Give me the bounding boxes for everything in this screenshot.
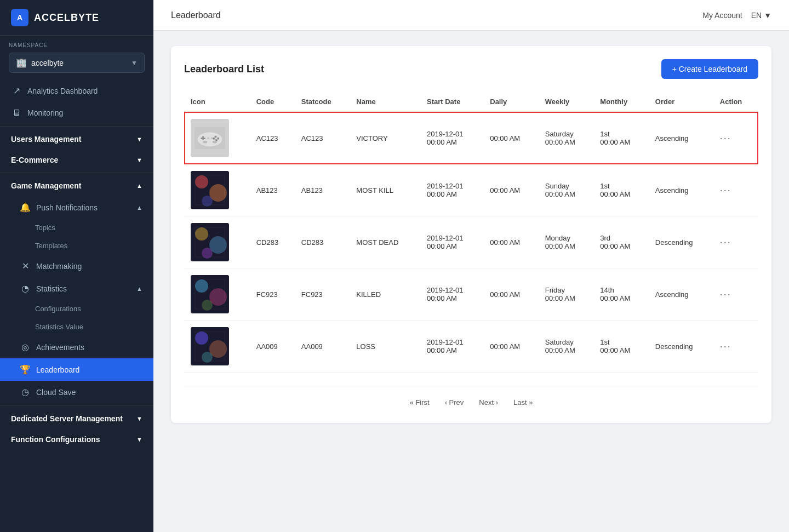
pagination-prev[interactable]: ‹ Prev bbox=[438, 395, 471, 410]
cell-name: MOST KILL bbox=[350, 164, 420, 216]
sidebar-item-function-configs[interactable]: Function Configurations ▼ bbox=[0, 429, 153, 450]
cell-weekly: Friday 00:00 AM bbox=[539, 268, 594, 321]
achievements-icon: ◎ bbox=[20, 342, 31, 352]
sidebar-item-label: Push Notifications bbox=[36, 203, 98, 212]
cell-statcode: FC923 bbox=[295, 268, 350, 321]
namespace-section: NAMESPACE 🏢 accelbyte ▼ bbox=[0, 36, 153, 79]
cell-monthly: 3rd 00:00 AM bbox=[593, 216, 649, 268]
cell-action[interactable]: ··· bbox=[713, 164, 758, 216]
cell-start-date: 2019-12-01 00:00 AM bbox=[420, 268, 483, 321]
col-icon: Icon bbox=[184, 92, 250, 112]
svg-point-13 bbox=[195, 175, 208, 188]
sidebar-item-achievements[interactable]: ◎ Achievements bbox=[0, 336, 153, 358]
action-menu-button[interactable]: ··· bbox=[720, 185, 731, 196]
table-row[interactable]: AA009AA009LOSS2019-12-01 00:00 AM00:00 A… bbox=[184, 321, 758, 373]
table-header: Icon Code Statcode Name Start Date Daily… bbox=[184, 92, 758, 112]
cell-order: Descending bbox=[649, 321, 713, 373]
cell-code: FC923 bbox=[250, 268, 295, 321]
sidebar-item-label: E-Commerce bbox=[11, 156, 58, 164]
col-action: Action bbox=[713, 92, 758, 112]
svg-point-4 bbox=[214, 136, 216, 138]
sidebar-item-label: Configurations bbox=[35, 305, 81, 313]
topbar-account[interactable]: My Account bbox=[702, 11, 742, 20]
sidebar-item-label: Analytics Dashboard bbox=[27, 87, 98, 95]
sidebar-item-analytics[interactable]: ↗ Analytics Dashboard bbox=[0, 79, 153, 102]
logo-icon: A bbox=[11, 9, 28, 26]
statistics-icon: ◔ bbox=[20, 283, 31, 294]
cell-weekly: Saturday 00:00 AM bbox=[539, 321, 594, 373]
namespace-value: accelbyte bbox=[31, 59, 127, 67]
sidebar-subitem-topics[interactable]: Topics bbox=[0, 219, 153, 237]
pagination-first[interactable]: « First bbox=[403, 395, 436, 410]
sidebar-item-cloud-save[interactable]: ◷ Cloud Save bbox=[0, 381, 153, 403]
sidebar-item-push-notifications[interactable]: 🔔 Push Notifications ▲ bbox=[0, 196, 153, 219]
cell-start-date: 2019-12-01 00:00 AM bbox=[420, 164, 483, 216]
cell-daily: 00:00 AM bbox=[483, 268, 539, 321]
sidebar-item-label: Statistics bbox=[36, 284, 67, 293]
sidebar-subitem-templates[interactable]: Templates bbox=[0, 237, 153, 255]
sidebar-subitem-statistics-value[interactable]: Statistics Value bbox=[0, 318, 153, 336]
cell-name: LOSS bbox=[350, 321, 420, 373]
thumbnail-svg bbox=[191, 171, 229, 209]
topbar-right: My Account EN ▼ bbox=[702, 11, 771, 20]
cell-action[interactable]: ··· bbox=[713, 321, 758, 373]
table-row[interactable]: AC123AC123VICTORY2019-12-01 00:00 AM00:0… bbox=[184, 112, 758, 164]
sidebar-item-label: Users Management bbox=[11, 135, 81, 144]
logo-text: ACCELBYTE bbox=[34, 12, 99, 24]
sidebar-item-dedicated-server[interactable]: Dedicated Server Management ▼ bbox=[0, 408, 153, 429]
cell-icon bbox=[184, 164, 250, 216]
card-title: Leaderboard List bbox=[184, 64, 264, 75]
pagination-last[interactable]: Last » bbox=[507, 395, 539, 410]
cell-name: VICTORY bbox=[350, 112, 420, 164]
cell-start-date: 2019-12-01 00:00 AM bbox=[420, 321, 483, 373]
svg-point-28 bbox=[195, 331, 208, 345]
table-row[interactable]: FC923FC923KILLED2019-12-01 00:00 AM00:00… bbox=[184, 268, 758, 321]
sidebar-subitem-configurations[interactable]: Configurations bbox=[0, 300, 153, 318]
sidebar-item-label: Function Configurations bbox=[11, 435, 100, 444]
namespace-selector[interactable]: 🏢 accelbyte ▼ bbox=[9, 53, 145, 73]
sidebar-item-game-management[interactable]: Game Management ▲ bbox=[0, 175, 153, 196]
create-leaderboard-button[interactable]: + Create Leaderboard bbox=[661, 59, 758, 79]
thumbnail-svg bbox=[191, 327, 229, 365]
arrow-icon: ▲ bbox=[136, 204, 142, 211]
matchmaking-icon: ✕ bbox=[20, 261, 31, 271]
svg-rect-3 bbox=[201, 138, 205, 139]
action-menu-button[interactable]: ··· bbox=[720, 289, 731, 300]
action-menu-button[interactable]: ··· bbox=[720, 133, 731, 144]
svg-point-18 bbox=[195, 227, 208, 241]
topbar-title: Leaderboard bbox=[171, 10, 221, 20]
sidebar-item-label: Game Management bbox=[11, 181, 81, 190]
sidebar-item-leaderboard[interactable]: 🏆 Leaderboard bbox=[0, 358, 153, 381]
cell-order: Descending bbox=[649, 216, 713, 268]
sidebar-item-ecommerce[interactable]: E-Commerce ▼ bbox=[0, 150, 153, 170]
pagination: « First ‹ Prev Next › Last » bbox=[184, 386, 758, 410]
cell-action[interactable]: ··· bbox=[713, 112, 758, 164]
create-btn-label: + Create Leaderboard bbox=[672, 65, 747, 73]
sidebar-item-monitoring[interactable]: 🖥 Monitoring bbox=[0, 102, 153, 124]
arrow-icon: ▼ bbox=[136, 136, 142, 142]
cell-statcode: CD283 bbox=[295, 216, 350, 268]
table-row[interactable]: CD283CD283MOST DEAD2019-12-01 00:00 AM00… bbox=[184, 216, 758, 268]
cell-name: MOST DEAD bbox=[350, 216, 420, 268]
namespace-arrow-icon: ▼ bbox=[131, 59, 138, 67]
row-thumbnail bbox=[191, 327, 229, 365]
pagination-next[interactable]: Next › bbox=[472, 395, 505, 410]
leaderboard-table: Icon Code Statcode Name Start Date Daily… bbox=[184, 92, 758, 373]
action-menu-button[interactable]: ··· bbox=[720, 341, 731, 352]
cloud-save-icon: ◷ bbox=[20, 387, 31, 397]
cell-action[interactable]: ··· bbox=[713, 216, 758, 268]
thumbnail-svg bbox=[191, 223, 229, 261]
svg-rect-8 bbox=[207, 138, 209, 139]
action-menu-button[interactable]: ··· bbox=[720, 237, 731, 248]
cell-name: KILLED bbox=[350, 268, 420, 321]
arrow-icon: ▼ bbox=[136, 415, 142, 422]
sidebar-item-users-management[interactable]: Users Management ▼ bbox=[0, 129, 153, 150]
svg-point-5 bbox=[217, 138, 219, 140]
cell-start-date: 2019-12-01 00:00 AM bbox=[420, 216, 483, 268]
cell-daily: 00:00 AM bbox=[483, 321, 539, 373]
cell-action[interactable]: ··· bbox=[713, 268, 758, 321]
sidebar-item-matchmaking[interactable]: ✕ Matchmaking bbox=[0, 255, 153, 277]
sidebar-item-statistics[interactable]: ◔ Statistics ▲ bbox=[0, 277, 153, 300]
table-row[interactable]: AB123AB123MOST KILL2019-12-01 00:00 AM00… bbox=[184, 164, 758, 216]
topbar-language[interactable]: EN ▼ bbox=[751, 11, 771, 20]
